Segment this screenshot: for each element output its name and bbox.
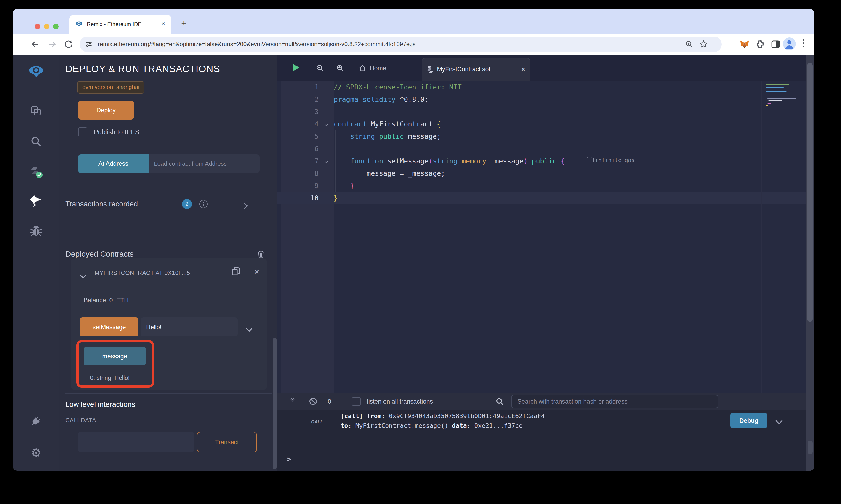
browser-menu-icon[interactable] <box>803 39 804 49</box>
set-message-expand-chevron-icon[interactable] <box>247 325 252 333</box>
terminal-search-input[interactable] <box>512 395 718 408</box>
trash-icon[interactable] <box>257 250 265 259</box>
clear-console-icon[interactable] <box>309 398 317 405</box>
zoom-window-button[interactable] <box>53 24 58 29</box>
deploy-and-run-icon[interactable] <box>13 189 59 213</box>
editor-toolbar: Home MyFirstContract.sol × <box>277 55 806 81</box>
transact-button[interactable]: Transact <box>197 432 257 452</box>
log-collapse-chevron-icon[interactable] <box>776 417 782 425</box>
code-line[interactable]: 7 function setMessage(string memory _mes… <box>277 155 806 167</box>
page-content: ⚙ DEPLOY & RUN TRANSACTIONS evm version:… <box>13 55 814 471</box>
call-badge: CALL <box>311 419 323 424</box>
message-result: 0: string: Hello! <box>90 374 130 381</box>
message-button[interactable]: message <box>84 347 146 365</box>
tab-close-icon[interactable]: × <box>159 20 167 28</box>
forward-icon[interactable] <box>47 39 57 49</box>
set-message-button[interactable]: setMessage <box>80 317 138 337</box>
transactions-count-badge: 2 <box>182 199 192 209</box>
plugin-manager-icon[interactable] <box>13 409 59 433</box>
terminal: 0 listen on all transactions CALL [call]… <box>277 393 806 471</box>
zoom-page-icon[interactable] <box>685 40 693 48</box>
tab-file-active[interactable]: MyFirstContract.sol × <box>422 58 530 81</box>
code-line[interactable]: 10} <box>277 192 806 204</box>
file-tab-close-icon[interactable]: × <box>521 65 525 73</box>
info-icon[interactable] <box>199 200 207 208</box>
home-tab-label: Home <box>370 65 386 71</box>
expand-terminal-icon[interactable] <box>291 398 294 401</box>
code-line[interactable]: 3 <box>277 106 806 118</box>
close-window-button[interactable] <box>35 24 40 29</box>
calldata-input[interactable] <box>78 432 194 452</box>
scrollbar-pill[interactable] <box>808 440 813 454</box>
copy-address-icon[interactable] <box>232 267 240 276</box>
code-line[interactable]: 5 string public message; <box>277 130 806 142</box>
solidity-file-icon <box>427 66 433 74</box>
transactions-recorded-label: Transactions recorded <box>65 200 138 208</box>
gas-annotation: infinite gas <box>587 157 635 163</box>
home-icon <box>359 65 366 72</box>
code-editor[interactable]: 1// SPDX-License-Identifier: MIT2pragma … <box>277 81 806 393</box>
profile-avatar[interactable] <box>783 37 796 50</box>
deploy-run-panel: DEPLOY & RUN TRANSACTIONS evm version: s… <box>59 55 277 471</box>
code-area[interactable]: 1// SPDX-License-Identifier: MIT2pragma … <box>277 81 806 204</box>
publish-ipfs-checkbox[interactable] <box>78 127 87 137</box>
run-script-icon[interactable] <box>292 63 299 70</box>
contract-close-icon[interactable]: × <box>255 268 259 277</box>
solidity-compiler-icon[interactable] <box>13 160 59 184</box>
at-address-button[interactable]: At Address <box>78 154 149 173</box>
minimap[interactable] <box>761 81 806 393</box>
zoom-out-icon[interactable] <box>316 65 324 72</box>
code-line[interactable]: 6 <box>277 142 806 155</box>
debugger-icon[interactable] <box>13 219 59 243</box>
site-settings-icon[interactable] <box>85 40 93 48</box>
listen-transactions-checkbox[interactable] <box>352 397 361 406</box>
set-message-input[interactable] <box>141 317 238 337</box>
transactions-expand-chevron-icon[interactable] <box>242 202 247 210</box>
refresh-icon[interactable] <box>64 39 73 49</box>
listen-transactions-label: listen on all transactions <box>367 398 433 405</box>
extensions-icon[interactable] <box>755 39 765 49</box>
panel-scrollbar[interactable] <box>273 338 276 469</box>
zoom-in-icon[interactable] <box>337 65 344 72</box>
terminal-toolbar: 0 listen on all transactions <box>277 393 806 410</box>
contract-collapse-chevron-icon[interactable] <box>81 271 85 280</box>
side-panel-icon[interactable] <box>771 39 781 49</box>
tab-home[interactable]: Home <box>359 61 386 75</box>
browser-titlebar: Remix - Ethereum IDE × + <box>13 9 814 34</box>
evm-version-badge: evm version: shanghai <box>77 81 144 94</box>
panel-title: DEPLOY & RUN TRANSACTIONS <box>65 64 220 74</box>
terminal-count: 0 <box>328 398 331 405</box>
code-line[interactable]: 4contract MyFirstContract { <box>277 118 806 130</box>
back-icon[interactable] <box>30 39 40 49</box>
file-explorer-icon[interactable] <box>13 99 59 123</box>
divider <box>65 188 272 189</box>
url-text[interactable]: remix.ethereum.org/#lang=en&optimize=fal… <box>98 41 687 48</box>
deployed-contract-card: MYFIRSTCONTRACT AT 0X10F...5 × Balance: … <box>71 258 267 390</box>
metamask-extension-icon[interactable] <box>740 39 750 49</box>
scrollbar-thumb[interactable] <box>807 63 813 322</box>
browser-tab[interactable]: Remix - Ethereum IDE × <box>69 15 171 34</box>
remix-favicon-icon <box>75 20 83 28</box>
code-line[interactable]: 1// SPDX-License-Identifier: MIT <box>277 81 806 93</box>
at-address-input[interactable] <box>149 154 260 173</box>
contract-balance: Balance: 0. ETH <box>84 297 128 304</box>
code-line[interactable]: 9 } <box>277 179 806 192</box>
new-tab-button[interactable]: + <box>177 17 190 30</box>
settings-gear-icon[interactable]: ⚙ <box>13 441 59 465</box>
tab-title: Remix - Ethereum IDE <box>87 21 142 28</box>
code-line[interactable]: 2pragma solidity ^0.8.0; <box>277 93 806 106</box>
remix-logo[interactable] <box>13 60 59 84</box>
debug-button[interactable]: Debug <box>731 413 768 428</box>
terminal-log-lines[interactable]: [call] from: 0x9Cf934043aD350758391b0D01… <box>341 411 545 431</box>
divider <box>65 393 272 394</box>
deploy-button[interactable]: Deploy <box>78 101 134 120</box>
minimize-window-button[interactable] <box>44 24 49 29</box>
bookmark-star-icon[interactable] <box>699 40 708 48</box>
url-bar[interactable]: remix.ethereum.org/#lang=en&optimize=fal… <box>80 37 722 52</box>
terminal-prompt[interactable]: > <box>287 455 291 463</box>
browser-navbar: remix.ethereum.org/#lang=en&optimize=fal… <box>13 34 814 55</box>
code-line[interactable]: 8 message = _message; <box>277 167 806 179</box>
page-scrollbar[interactable] <box>806 55 814 471</box>
calldata-label: CALLDATA <box>65 417 96 424</box>
search-icon[interactable] <box>13 130 59 154</box>
